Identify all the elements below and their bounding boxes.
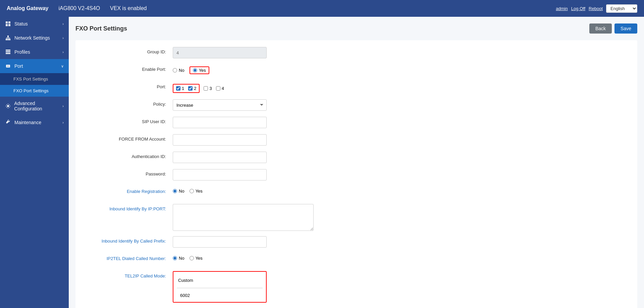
tel2ip-border: Custom Default Manual: [173, 271, 267, 303]
chevron-right-icon: ›: [62, 36, 64, 40]
port-1[interactable]: 1: [176, 86, 184, 91]
brand-name: Analog Gateway: [7, 5, 48, 11]
policy-row: Policy: Increase Decrease Round Robin: [86, 99, 627, 111]
inbound-prefix-label: Inbound Identify By Called Prefix:: [86, 236, 173, 244]
enable-reg-row: Enable Registration: No Yes: [86, 187, 627, 199]
sidebar-label-status: Status: [14, 21, 28, 27]
main-content: FXO Port Settings Back Save Group ID: En…: [69, 17, 644, 308]
auth-id-input[interactable]: [173, 152, 267, 163]
svg-rect-0: [6, 21, 8, 23]
ip2tel-no[interactable]: No: [173, 256, 184, 261]
chevron-right-icon: ›: [62, 120, 64, 124]
form-container: Group ID: Enable Port: No Yes: [75, 40, 637, 308]
port-row: Port: 1 2 3: [86, 82, 627, 94]
password-label: Password:: [86, 169, 173, 176]
enable-port-row: Enable Port: No Yes: [86, 64, 627, 76]
svg-rect-17: [7, 66, 8, 66]
ip2tel-label: IP2TEL Dialed Called Number:: [86, 254, 173, 261]
svg-rect-4: [7, 36, 9, 37]
tel2ip-mode-select[interactable]: Custom Default Manual: [177, 274, 263, 286]
sip-user-id-row: SIP User ID:: [86, 117, 627, 129]
sidebar-item-port[interactable]: Port ∨: [0, 59, 69, 73]
svg-rect-16: [6, 65, 10, 67]
svg-rect-18: [8, 66, 9, 66]
language-select[interactable]: English: [606, 4, 637, 13]
sidebar-item-profiles[interactable]: Profiles ›: [0, 45, 69, 59]
sidebar-label-network: Network Settings: [14, 35, 50, 41]
chevron-down-icon: ∨: [61, 64, 64, 68]
enable-reg-yes[interactable]: Yes: [190, 189, 203, 194]
port-2[interactable]: 2: [188, 86, 196, 91]
sidebar-label-port: Port: [14, 63, 23, 69]
sip-user-id-input[interactable]: [173, 117, 267, 128]
maintenance-icon: [5, 119, 11, 125]
enable-port-label: Enable Port:: [86, 64, 173, 72]
reboot-link[interactable]: Reboot: [589, 6, 603, 11]
force-from-label: FORCE FROM Account:: [86, 134, 173, 142]
port-submenu: FXS Port Settings FXO Port Settings: [0, 73, 69, 97]
inbound-prefix-row: Inbound Identify By Called Prefix:: [86, 236, 627, 248]
force-from-input[interactable]: [173, 134, 267, 146]
enable-port-group: No Yes: [173, 64, 209, 74]
policy-label: Policy:: [86, 99, 173, 107]
sidebar-item-maintenance[interactable]: Maintenance ›: [0, 115, 69, 130]
sip-user-id-label: SIP User ID:: [86, 117, 173, 124]
enable-reg-label: Enable Registration:: [86, 187, 173, 194]
svg-point-19: [7, 105, 9, 107]
inbound-ip-label: Inbound Identify By IP:PORT:: [86, 204, 173, 211]
password-row: Password:: [86, 169, 627, 181]
chevron-right-icon: ›: [62, 22, 64, 26]
sidebar-item-status[interactable]: Status ›: [0, 17, 69, 31]
svg-rect-13: [6, 50, 10, 51]
enable-port-yes[interactable]: Yes: [193, 68, 206, 73]
network-icon: [5, 35, 11, 41]
action-buttons: Back Save: [589, 23, 637, 34]
chevron-right-icon: ›: [62, 104, 64, 108]
tel2ip-user-input[interactable]: [179, 292, 263, 299]
sidebar: Status › Network Settings › Profiles ›: [0, 17, 69, 308]
svg-rect-14: [6, 51, 10, 52]
back-button[interactable]: Back: [589, 23, 612, 34]
page-header: FXO Port Settings Back Save: [75, 23, 637, 34]
enable-reg-group: No Yes: [173, 187, 203, 194]
ip2tel-yes[interactable]: Yes: [190, 256, 203, 261]
page-title: FXO Port Settings: [75, 25, 127, 32]
group-id-row: Group ID:: [86, 47, 627, 59]
sidebar-label-advanced: Advanced Configuration: [14, 101, 62, 111]
port-icon: [5, 63, 11, 69]
header-right: admin Log Off Reboot English: [556, 4, 637, 13]
svg-rect-15: [6, 53, 10, 54]
inbound-prefix-input[interactable]: [173, 236, 267, 248]
sidebar-item-network[interactable]: Network Settings ›: [0, 31, 69, 45]
tel2ip-mode-label: TEL2IP Called Mode:: [86, 271, 173, 278]
inbound-ip-textarea[interactable]: [173, 204, 314, 231]
svg-rect-2: [6, 24, 8, 26]
port-checkbox-group: 1 2 3 4: [173, 82, 224, 93]
vex-status: VEX is enabled: [110, 5, 147, 11]
ip2tel-group: No Yes: [173, 254, 203, 261]
port-3[interactable]: 3: [204, 86, 212, 91]
enable-reg-no[interactable]: No: [173, 189, 184, 194]
force-from-row: FORCE FROM Account:: [86, 134, 627, 146]
auth-id-label: Authentication ID:: [86, 152, 173, 159]
svg-rect-5: [6, 39, 7, 40]
policy-select[interactable]: Increase Decrease Round Robin: [173, 99, 267, 111]
chevron-right-icon: ›: [62, 50, 64, 54]
sidebar-item-fxs[interactable]: FXS Port Settings: [0, 73, 69, 85]
enable-port-no[interactable]: No: [173, 68, 184, 73]
advanced-icon: [5, 103, 11, 109]
port-4[interactable]: 4: [216, 86, 224, 91]
sidebar-item-fxo[interactable]: FXO Port Settings: [0, 85, 69, 97]
device-model: iAG800 V2-4S4O: [58, 5, 100, 11]
svg-rect-7: [9, 39, 10, 40]
sidebar-item-advanced[interactable]: Advanced Configuration ›: [0, 97, 69, 115]
save-button[interactable]: Save: [614, 23, 637, 34]
app-header: Analog Gateway iAG800 V2-4S4O VEX is ena…: [0, 0, 644, 17]
password-input[interactable]: [173, 169, 267, 181]
grid-icon: [5, 21, 11, 27]
port-label: Port:: [86, 82, 173, 89]
admin-label: admin: [556, 6, 568, 11]
logoff-link[interactable]: Log Off: [571, 6, 585, 11]
group-id-input[interactable]: [173, 47, 267, 58]
svg-rect-1: [8, 21, 10, 23]
